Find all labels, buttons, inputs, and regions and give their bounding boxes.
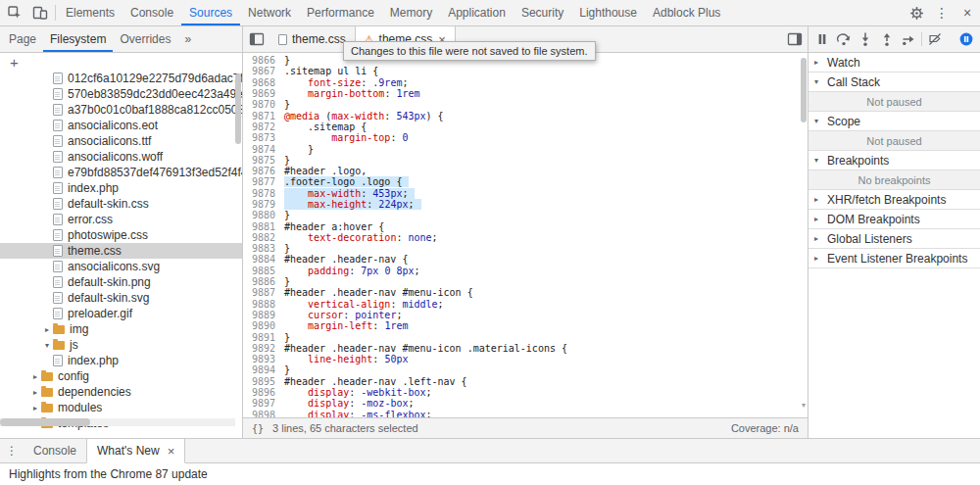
code-line-9892[interactable]: 9892#header .header-nav #menu-icon .mate… <box>243 343 808 354</box>
section-dom-breakpoints[interactable]: ▸DOM Breakpoints <box>808 210 980 229</box>
tab-network[interactable]: Network <box>240 0 299 25</box>
line-number[interactable]: 9878 <box>243 188 284 199</box>
code-line-9874[interactable]: 9874 } <box>243 143 808 154</box>
tree-file-default-skin-css[interactable]: default-skin.css <box>0 196 242 212</box>
tree-file-570eb83859dc23dd0eec423a49e147f[interactable]: 570eb83859dc23dd0eec423a49e147f <box>0 86 242 102</box>
code-line-9897[interactable]: 9897 display: -moz-box; <box>243 398 808 409</box>
tree-file-a37b0c01c0baf1888ca812cc0508f6e2[interactable]: a37b0c01c0baf1888ca812cc0508f6e2 <box>0 102 242 118</box>
code-line-9881[interactable]: 9881#header a:hover { <box>243 220 808 231</box>
code-line-9886[interactable]: 9886} <box>243 276 808 287</box>
sidebar-horizontal-scrollbar[interactable] <box>0 418 235 426</box>
code-line-9880[interactable]: 9880} <box>243 210 808 220</box>
code-line-9870[interactable]: 9870} <box>243 99 808 110</box>
step-icon[interactable] <box>898 28 919 50</box>
line-number[interactable]: 9869 <box>243 88 284 99</box>
line-number[interactable]: 9877 <box>243 176 284 187</box>
line-number[interactable]: 9872 <box>243 121 284 132</box>
code-line-9868[interactable]: 9868 font-size: .9rem; <box>243 77 808 88</box>
drawer-menu-kebab-icon[interactable]: ⋮ <box>0 439 24 463</box>
code-line-9883[interactable]: 9883} <box>243 243 808 254</box>
tree-file-ansocialicons-woff[interactable]: ansocialicons.woff <box>0 149 242 165</box>
tree-file-error-css[interactable]: error.css <box>0 212 242 227</box>
section-event-listener-breakpoints[interactable]: ▸Event Listener Breakpoints <box>808 249 980 268</box>
tree-folder-modules[interactable]: ▸modules <box>0 400 242 415</box>
line-number[interactable]: 9873 <box>243 132 284 143</box>
sidebar-tab-overrides[interactable]: Overrides <box>113 26 177 52</box>
deactivate-breakpoints-icon[interactable] <box>924 28 946 50</box>
tab-performance[interactable]: Performance <box>299 0 382 25</box>
code-line-9890[interactable]: 9890 margin-left: 1rem <box>243 320 808 331</box>
toggle-debugger-icon[interactable] <box>781 26 808 53</box>
code-line-9895[interactable]: 9895#header .header-nav .left-nav { <box>243 376 808 387</box>
line-number[interactable]: 9885 <box>243 266 284 276</box>
tree-folder-img[interactable]: ▸img <box>0 321 242 337</box>
line-number[interactable]: 9868 <box>243 77 284 88</box>
sidebar-vertical-scrollbar[interactable] <box>235 73 241 144</box>
line-number[interactable]: 9893 <box>243 354 284 364</box>
code-line-9879[interactable]: 9879 max-height: 224px; <box>243 199 808 210</box>
code-line-9884[interactable]: 9884#header .header-nav { <box>243 254 808 265</box>
sidebar-tab-filesystem[interactable]: Filesystem <box>43 26 113 52</box>
line-number[interactable]: 9897 <box>243 398 284 409</box>
scrollbar-thumb[interactable] <box>0 418 90 426</box>
tree-file-default-skin-svg[interactable]: default-skin.svg <box>0 290 242 306</box>
chevron-right-icon[interactable]: ▸ <box>29 372 41 381</box>
drawer-tab-console[interactable]: Console <box>24 439 86 463</box>
line-number[interactable]: 9898 <box>243 410 284 417</box>
line-number[interactable]: 9891 <box>243 332 284 343</box>
line-number[interactable]: 9867 <box>243 66 284 76</box>
format-code-icon[interactable]: {} <box>252 423 264 434</box>
line-number[interactable]: 9884 <box>243 254 284 265</box>
line-number[interactable]: 9882 <box>243 232 284 243</box>
step-out-icon[interactable] <box>876 28 898 50</box>
scroll-down-arrow-icon[interactable]: ▾ <box>802 401 806 410</box>
chevron-right-icon[interactable]: ▸ <box>41 325 53 334</box>
tree-folder-config[interactable]: ▸config <box>0 368 242 384</box>
tree-file-ansocialicons-svg[interactable]: ansocialicons.svg <box>0 259 242 274</box>
sidebar-tab-page[interactable]: Page <box>2 26 43 52</box>
line-number[interactable]: 9892 <box>243 343 284 354</box>
code-line-9877[interactable]: 9877.footer-logo .logo { <box>243 176 808 187</box>
tab-memory[interactable]: Memory <box>382 0 440 25</box>
code-line-9876[interactable]: 9876#header .logo, <box>243 166 808 176</box>
code-line-9885[interactable]: 9885 padding: 7px 0 8px; <box>243 266 808 276</box>
line-number[interactable]: 9879 <box>243 199 284 210</box>
pause-icon[interactable] <box>811 28 833 50</box>
settings-gear-icon[interactable] <box>904 0 929 25</box>
device-toolbar-icon[interactable] <box>27 0 53 25</box>
tree-file-012cf6a10129e2275d79d6adac7f3b0[interactable]: 012cf6a10129e2275d79d6adac7f3b0 <box>0 71 242 86</box>
section-breakpoints[interactable]: ▾Breakpoints <box>808 151 980 170</box>
editor-vertical-scrollbar[interactable] <box>801 58 807 122</box>
line-number[interactable]: 9874 <box>243 144 284 155</box>
line-number[interactable]: 9895 <box>243 376 284 387</box>
step-into-icon[interactable] <box>855 28 876 50</box>
code-line-9878[interactable]: 9878 max-width: 453px; <box>243 188 808 199</box>
tree-file-ansocialicons-ttf[interactable]: ansocialicons.ttf <box>0 133 242 149</box>
drawer-tab-what-s-new[interactable]: What's New× <box>86 439 185 463</box>
tab-application[interactable]: Application <box>440 0 514 25</box>
tree-file-default-skin-png[interactable]: default-skin.png <box>0 274 242 290</box>
code-line-9867[interactable]: 9867.sitemap ul li { <box>243 66 808 76</box>
code-line-9896[interactable]: 9896 display: -webkit-box; <box>243 387 808 398</box>
tree-file-index-php[interactable]: index.php <box>0 353 242 368</box>
tree-file-ansocialicons-eot[interactable]: ansocialicons.eot <box>0 118 242 133</box>
tree-folder-js[interactable]: ▾js <box>0 337 242 353</box>
line-number[interactable]: 9870 <box>243 99 284 110</box>
code-line-9898[interactable]: 9898 display: -ms-flexbox; <box>243 410 808 418</box>
tree-file-preloader-gif[interactable]: preloader.gif <box>0 306 242 321</box>
inspect-element-icon[interactable] <box>2 0 27 25</box>
code-line-9888[interactable]: 9888 vertical-align: middle; <box>243 299 808 310</box>
line-number[interactable]: 9889 <box>243 310 284 320</box>
line-number[interactable]: 9887 <box>243 287 284 298</box>
tab-lighthouse[interactable]: Lighthouse <box>571 0 645 25</box>
line-number[interactable]: 9871 <box>243 111 284 121</box>
chevron-right-icon[interactable]: ▸ <box>29 404 41 412</box>
code-line-9893[interactable]: 9893 line-height: 50px <box>243 354 808 364</box>
add-folder-button[interactable]: + <box>10 55 19 70</box>
more-tabs-icon[interactable]: » <box>177 26 198 52</box>
line-number[interactable]: 9888 <box>243 299 284 310</box>
line-number[interactable]: 9896 <box>243 387 284 398</box>
section-call-stack[interactable]: ▾Call Stack <box>808 73 980 92</box>
line-number[interactable]: 9876 <box>243 166 284 176</box>
tree-folder-dependencies[interactable]: ▸dependencies <box>0 384 242 400</box>
